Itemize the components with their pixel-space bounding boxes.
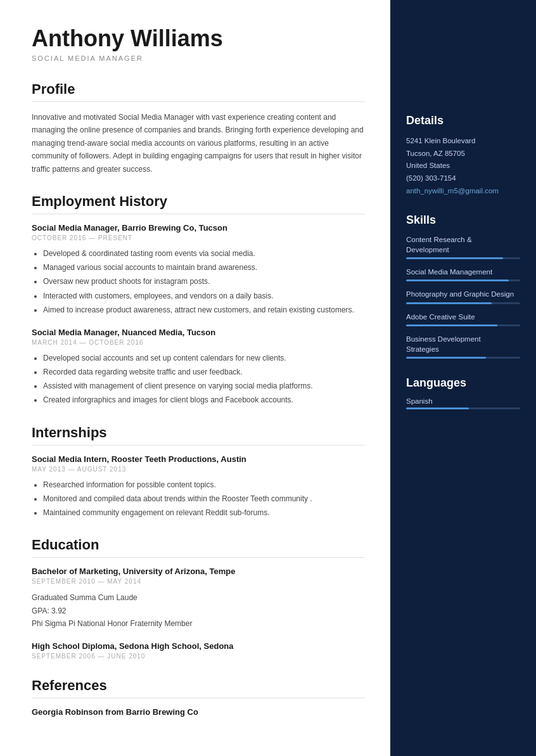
education-1-detail-1: GPA: 3.92 (32, 605, 365, 617)
skill-1: Content Research &Development (406, 234, 520, 259)
references-section-title: References (32, 677, 365, 698)
job-1: Social Media Manager, Barrio Brewing Co,… (32, 223, 365, 316)
internship-1-bullets: Researched information for possible cont… (32, 479, 365, 520)
lang-1: Spanish (406, 397, 520, 409)
skill-2-name: Social Media Management (406, 267, 520, 277)
education-1-title: Bachelor of Marketing, University of Ari… (32, 567, 365, 576)
job-2-title: Social Media Manager, Nuanced Media, Tuc… (32, 328, 365, 337)
employment-section-title: Employment History (32, 193, 365, 214)
header-section: Anthony Williams SOCIAL MEDIA MANAGER (32, 25, 365, 62)
job-1-date: OCTOBER 2016 — PRESENT (32, 234, 365, 241)
email-link[interactable]: anth_nywilli_m5@gmail.com (406, 187, 499, 195)
list-item: Developed & coordinated tasting room eve… (43, 248, 365, 260)
education-1-date: SEPTEMBER 2010 — MAY 2014 (32, 578, 365, 585)
lang-1-name: Spanish (406, 397, 520, 405)
left-column: Anthony Williams SOCIAL MEDIA MANAGER Pr… (0, 0, 390, 756)
details-section-title: Details (406, 114, 520, 127)
references-section: References Georgia Robinson from Barrio … (32, 677, 365, 717)
job-2-bullets: Developed social accounts and set up con… (32, 352, 365, 407)
job-2: Social Media Manager, Nuanced Media, Tuc… (32, 328, 365, 407)
detail-address1: 5241 Klein Boulevard (406, 135, 520, 148)
internships-section: Internships Social Media Intern, Rooster… (32, 425, 365, 520)
skill-2-bar-bg (406, 279, 520, 281)
detail-phone: (520) 303-7154 (406, 172, 520, 185)
skill-5: Business DevelopmentStrategies (406, 334, 520, 359)
skill-4-bar-bg (406, 324, 520, 326)
skill-4: Adobe Creative Suite (406, 312, 520, 326)
skill-5-bar-bg (406, 357, 520, 359)
list-item: Assisted with management of client prese… (43, 380, 365, 392)
skill-5-name: Business DevelopmentStrategies (406, 334, 520, 354)
education-section: Education Bachelor of Marketing, Univers… (32, 537, 365, 660)
skill-4-bar-fill (406, 324, 497, 326)
education-1-detail-2: Phi Sigma Pi National Honor Fraternity M… (32, 617, 365, 630)
skills-section: Skills Content Research &Development Soc… (406, 214, 520, 359)
profile-section-title: Profile (32, 81, 365, 102)
skill-3-name: Photography and Graphic Design (406, 289, 520, 299)
candidate-name: Anthony Williams (32, 25, 365, 52)
profile-section: Profile Innovative and motivated Social … (32, 81, 365, 176)
skill-5-bar-fill (406, 357, 486, 359)
profile-text: Innovative and motivated Social Media Ma… (32, 111, 365, 176)
list-item: Managed various social accounts to maint… (43, 262, 365, 274)
education-section-title: Education (32, 537, 365, 558)
skill-3-bar-bg (406, 302, 520, 304)
education-2: High School Diploma, Sedona High School,… (32, 641, 365, 660)
languages-section: Languages Spanish (406, 376, 520, 409)
list-item: Created inforgraphics and images for cli… (43, 394, 365, 406)
list-item: Monitored and compiled data about trends… (43, 493, 365, 505)
skill-1-bar-bg (406, 257, 520, 259)
skill-1-name: Content Research &Development (406, 234, 520, 255)
internships-section-title: Internships (32, 425, 365, 445)
list-item: Aimed to increase product awareness, att… (43, 304, 365, 316)
internship-1: Social Media Intern, Rooster Teeth Produ… (32, 454, 365, 520)
employment-section: Employment History Social Media Manager,… (32, 193, 365, 407)
skills-section-title: Skills (406, 214, 520, 227)
skill-2: Social Media Management (406, 267, 520, 281)
skill-1-bar-fill (406, 257, 503, 259)
skill-3-bar-fill (406, 302, 492, 304)
candidate-title: SOCIAL MEDIA MANAGER (32, 54, 365, 62)
list-item: Developed social accounts and set up con… (43, 352, 365, 364)
list-item: Researched information for possible cont… (43, 479, 365, 491)
lang-1-bar-bg (406, 407, 520, 409)
details-section: Details 5241 Klein Boulevard Tucson, AZ … (406, 114, 520, 196)
detail-email: anth_nywilli_m5@gmail.com (406, 184, 520, 196)
reference-1-name: Georgia Robinson from Barrio Brewing Co (32, 707, 365, 717)
detail-address2: Tucson, AZ 85705 (406, 148, 520, 160)
list-item: Maintained community engagement on relev… (43, 507, 365, 519)
lang-1-bar-fill (406, 407, 469, 409)
job-2-date: MARCH 2014 — OCTOBER 2016 (32, 339, 365, 346)
list-item: Oversaw new product shoots for instagram… (43, 276, 365, 288)
education-1: Bachelor of Marketing, University of Ari… (32, 567, 365, 630)
list-item: Interacted with customers, employees, an… (43, 290, 365, 302)
job-1-bullets: Developed & coordinated tasting room eve… (32, 248, 365, 316)
right-column: Details 5241 Klein Boulevard Tucson, AZ … (390, 0, 536, 756)
list-item: Recorded data regarding website traffic … (43, 366, 365, 378)
internship-1-date: MAY 2013 — AUGUST 2013 (32, 466, 365, 473)
detail-country: United States (406, 160, 520, 172)
internship-1-title: Social Media Intern, Rooster Teeth Produ… (32, 454, 365, 464)
education-1-detail-0: Graduated Summa Cum Laude (32, 591, 365, 604)
skill-2-bar-fill (406, 279, 509, 281)
skill-4-name: Adobe Creative Suite (406, 312, 520, 322)
education-2-title: High School Diploma, Sedona High School,… (32, 641, 365, 651)
languages-section-title: Languages (406, 376, 520, 390)
education-2-date: SEPTEMBER 2006 — JUNE 2010 (32, 653, 365, 660)
skill-3: Photography and Graphic Design (406, 289, 520, 304)
job-1-title: Social Media Manager, Barrio Brewing Co,… (32, 223, 365, 233)
resume-container: Anthony Williams SOCIAL MEDIA MANAGER Pr… (0, 0, 536, 756)
